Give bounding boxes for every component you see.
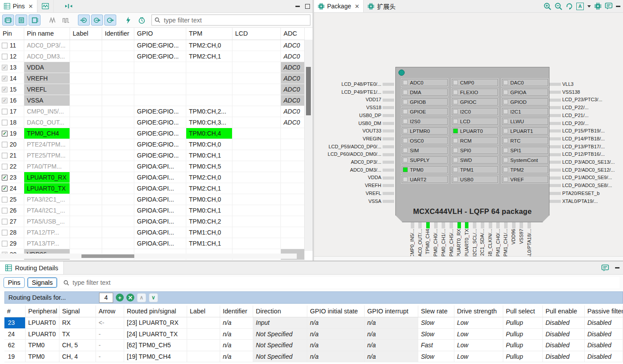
pin-table-row[interactable]: 15VREFLADC0 xyxy=(0,84,305,95)
tab-package-close-icon[interactable]: ✕ xyxy=(354,3,359,10)
minimize-icon[interactable] xyxy=(615,267,619,268)
bidirectional-pins-filter-icon[interactable] xyxy=(104,15,116,26)
package-pin[interactable]: VSS97 xyxy=(519,222,524,256)
package-pin[interactable]: VDD96 xyxy=(511,222,516,256)
pins-filter-input[interactable] xyxy=(163,16,307,24)
package-outline-toggle-icon[interactable] xyxy=(29,15,41,26)
digital-wave-icon[interactable] xyxy=(60,15,72,26)
pin-table-row[interactable]: 23LPUART0_RXGPIOA:GPI...TPM2:CH,0 xyxy=(0,172,305,183)
comment-icon[interactable] xyxy=(601,265,609,272)
pin-table-row[interactable]: 24LPUART0_TXGPIOA:GPI...TPM2:CH,1 xyxy=(0,183,305,194)
package-pin[interactable]: DAC0_OUT/... xyxy=(418,222,423,256)
pin-checkbox[interactable] xyxy=(2,109,7,114)
package-pin[interactable]: USB0_DP xyxy=(359,113,394,118)
clear-route-button[interactable]: ✕ xyxy=(126,294,134,301)
pin-table-row[interactable]: 20PTE24/TPM...GPIOE:GPIO...TPM0:CH,0 xyxy=(0,139,305,150)
package-pin[interactable]: LCD_P49/PTE1/... xyxy=(342,90,394,95)
package-pin[interactable]: VDD17 xyxy=(366,97,394,103)
package-canvas[interactable]: MCXC444VLH - LQFP 64 package ADC0DMAGPIO… xyxy=(314,12,623,257)
package-pin[interactable]: VREGIN xyxy=(363,136,394,142)
tab-package[interactable]: Package ✕ xyxy=(314,0,364,12)
package-pin[interactable]: LPUART0_RX xyxy=(457,222,461,256)
pin-checkbox[interactable] xyxy=(2,197,7,202)
package-pin[interactable]: VREFH xyxy=(365,183,394,188)
tab-peripheral-signals[interactable] xyxy=(37,0,54,12)
package-pin[interactable]: TPM0_CH5/... xyxy=(449,222,454,256)
pin-checkbox[interactable] xyxy=(2,230,7,235)
package-pin[interactable]: ADC0_DM3/... xyxy=(350,168,394,173)
flash-icon[interactable] xyxy=(122,15,134,26)
package-pin[interactable]: TPM0_CH0/... xyxy=(433,222,438,256)
pin-checkbox[interactable] xyxy=(2,241,7,246)
package-pin[interactable]: VSSA xyxy=(369,199,394,204)
pin-checkbox[interactable] xyxy=(2,208,7,213)
routing-count-input[interactable] xyxy=(99,293,113,303)
pin-checkbox[interactable] xyxy=(2,142,7,147)
pin-table-row[interactable]: 22PTA0/TPM...GPIOA:GPI...TPM0:CH,5 xyxy=(0,161,305,172)
package-pin[interactable]: CMP0_IN5/... xyxy=(410,222,415,256)
pin-checkbox[interactable] xyxy=(2,186,7,191)
pin-table-row[interactable]: 16VSSAADC0 xyxy=(0,95,305,106)
labels-toggle-icon[interactable]: A xyxy=(576,3,584,10)
zoom-in-icon[interactable] xyxy=(544,3,551,10)
package-view-toggle-icon[interactable] xyxy=(2,15,14,26)
pin-checkbox[interactable] xyxy=(2,87,7,92)
pin-table-row[interactable]: 13VDDAADC0 xyxy=(0,62,305,73)
pin-checkbox[interactable] xyxy=(2,175,7,180)
pin-checkbox[interactable] xyxy=(2,131,7,136)
package-hscrollbar[interactable] xyxy=(314,256,623,261)
package-pin[interactable]: VOUT33 xyxy=(362,129,394,134)
pins-filter-button[interactable]: Pins xyxy=(4,277,25,288)
pin-table-row[interactable]: 12ADC0_DM3...GPIOE:GPIO...TPM2:CH,1ADC0 xyxy=(0,51,305,62)
tab-routing-details[interactable]: Routing Details xyxy=(0,261,64,274)
package-pin[interactable]: USB_CLKIN/... xyxy=(488,222,493,256)
pin-checkbox[interactable] xyxy=(2,98,7,103)
analog-wave-icon[interactable] xyxy=(47,15,59,26)
pin-table-row[interactable]: 14VREFHADC0 xyxy=(0,73,305,84)
pin-checkbox[interactable] xyxy=(2,153,7,158)
comment-icon[interactable] xyxy=(605,3,612,10)
minimize-icon[interactable] xyxy=(616,6,620,7)
vscroll-thumb[interactable] xyxy=(306,67,311,115)
zoom-out-icon[interactable] xyxy=(555,3,562,10)
package-pin[interactable]: I2C1_SCL/... xyxy=(472,222,477,256)
package-pin[interactable]: I2C1_SDA/... xyxy=(480,222,485,256)
routing-table-row[interactable]: 24LPUART0TX-[24] LPUART0_TXn/aNot Specif… xyxy=(4,329,623,340)
maximize-icon[interactable] xyxy=(305,4,310,9)
routing-table-row[interactable]: 19TPM0CH, 4-[19] TPM0_CH4n/aNot Specifie… xyxy=(4,351,623,363)
dropdown-caret-icon[interactable] xyxy=(587,5,591,7)
move-down-button[interactable]: ∨ xyxy=(149,293,158,302)
pins-hscrollbar[interactable] xyxy=(0,254,297,259)
signals-filter-button[interactable]: Signals xyxy=(27,277,57,288)
pin-checkbox[interactable] xyxy=(2,76,7,81)
package-pin[interactable]: TPM0_CH1/... xyxy=(441,222,446,256)
rotate-icon[interactable] xyxy=(566,3,573,10)
tab-pins-close-icon[interactable]: ✕ xyxy=(28,3,33,10)
pin-checkbox[interactable] xyxy=(2,65,7,70)
hscroll-thumb[interactable] xyxy=(81,254,134,258)
routing-table-row[interactable]: 62TPM0CH, 5-[62] TPM0_CH5n/aNot Specifie… xyxy=(4,340,623,351)
routing-table-row[interactable]: 23LPUART0RX<-[23] LPUART0_RXn/aInputn/an… xyxy=(4,317,623,329)
pin-table-row[interactable]: 29PTA13/TP...GPIOA:GPI...TPM1:CH,1 xyxy=(0,238,305,249)
pins-list-view-toggle-icon[interactable] xyxy=(15,15,27,26)
minimize-icon[interactable] xyxy=(295,6,300,7)
package-pin[interactable]: VREFL xyxy=(366,191,394,196)
pin-table-row[interactable]: 21PTE25/TPM...GPIOE:GPIO...TPM0:CH,1 xyxy=(0,150,305,161)
package-pin[interactable]: VLL2/LCD_P4/PTC20 xyxy=(527,12,623,257)
output-pins-filter-icon[interactable] xyxy=(91,15,103,26)
pin-table-row[interactable]: 25PTA3/I2C1_...GPIOA:GPI...TPM0:CH,0 xyxy=(0,194,305,205)
pin-table-row[interactable]: 27PTA5/USB_...GPIOA:GPI...TPM0:CH,2 xyxy=(0,216,305,227)
package-pin[interactable]: LCD_P59/ADC0_DP0/... xyxy=(328,144,394,150)
pin-table-row[interactable]: 17CMP0_IN5/...GPIOE:GPIO...TPM0:CH,2...A… xyxy=(0,106,305,117)
pin-checkbox[interactable] xyxy=(2,164,7,169)
timer-icon[interactable] xyxy=(136,15,147,26)
package-pin[interactable]: VDDA xyxy=(368,175,394,180)
package-pin[interactable]: TPM0_CH4 xyxy=(425,222,430,256)
add-route-button[interactable]: + xyxy=(116,294,124,301)
package-pin[interactable]: LPUART0_TX xyxy=(464,222,469,256)
move-up-button[interactable]: ∧ xyxy=(137,293,146,302)
pins-vscrollbar[interactable] xyxy=(304,40,313,251)
package-pin[interactable]: XTAL0/PTA18/... xyxy=(527,222,532,256)
pin-checkbox[interactable] xyxy=(2,43,7,48)
package-pin[interactable]: VSS18 xyxy=(366,105,394,110)
